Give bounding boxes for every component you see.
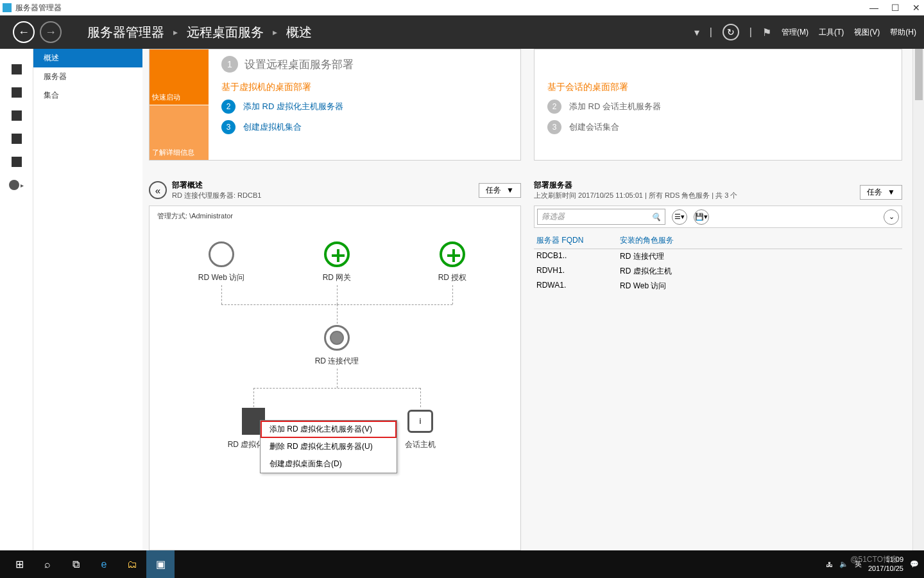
minimize-button[interactable]: —	[869, 3, 878, 13]
main: ▸ 概述 服务器 集合 快速启动 了解详细信息 1 设置远程桌面服务部署	[0, 49, 924, 550]
titlebar: 服务器管理器 — ☐ ✕	[0, 0, 924, 15]
close-button[interactable]: ✕	[912, 3, 920, 13]
node-label: RD Web 访问	[183, 272, 260, 283]
step-number: 3	[547, 120, 561, 134]
dashboard-icon[interactable]	[12, 64, 22, 74]
sidebar-item-servers[interactable]: 服务器	[33, 67, 142, 86]
menu-manage[interactable]: 管理(M)	[782, 27, 809, 38]
expand-button[interactable]: ⌄	[884, 209, 899, 225]
step-number: 3	[221, 120, 235, 134]
tray-volume-icon[interactable]: 🔈	[839, 560, 848, 568]
tray-notifications-icon[interactable]: 💬	[910, 560, 919, 568]
plus-icon	[324, 241, 350, 267]
deployment-diagram: RD Web 访问 RD 网关 RD 授权	[157, 234, 513, 504]
servers-panel: 部署服务器 上次刷新时间 2017/10/25 11:05:01 | 所有 RD…	[534, 180, 902, 293]
breadcrumb-root[interactable]: 服务器管理器	[87, 24, 164, 41]
sidebar-item-collections[interactable]: 集合	[33, 86, 142, 105]
wizard-title: 设置远程桌面服务部署	[244, 57, 354, 72]
search-icon: 🔍	[651, 213, 661, 222]
sidebar-item-overview[interactable]: 概述	[33, 49, 142, 67]
rds-icon[interactable]	[9, 180, 19, 190]
menu-view[interactable]: 视图(V)	[854, 27, 880, 38]
wizard-card-right: 1x 基于会话的桌面部署 2 添加 RD 会话主机服务器 3 创建会话集合	[534, 49, 902, 161]
tasks-dropdown[interactable]: 任务 ▼	[860, 185, 902, 200]
collapse-button[interactable]: «	[149, 181, 167, 199]
filter-input[interactable]: 筛选器 🔍	[537, 209, 665, 225]
ctx-del-vhost[interactable]: 删除 RD 虚拟化主机服务器(U)	[261, 438, 397, 455]
refresh-button[interactable]: ↻	[723, 24, 739, 40]
plus-icon	[440, 241, 465, 267]
task-view-button[interactable]: ⧉	[62, 550, 90, 578]
manage-as: 管理方式: \Administrator	[157, 211, 513, 221]
chevron-right-icon: ▸	[273, 27, 277, 37]
scrollbar[interactable]	[912, 49, 924, 550]
menu-tools[interactable]: 工具(T)	[819, 27, 844, 38]
node-label: RD 授权	[414, 272, 491, 283]
app-title: 服务器管理器	[15, 3, 62, 13]
local-server-icon[interactable]	[12, 87, 22, 98]
create-vm-collection-link[interactable]: 创建虚拟机集合	[243, 121, 302, 133]
deploy-title: 部署概述	[172, 180, 261, 191]
chevron-down-icon: ▼	[506, 186, 514, 195]
table-row[interactable]: RDCB1.. RD 连接代理	[534, 249, 902, 264]
add-vhost-link[interactable]: 添加 RD 虚拟化主机服务器	[243, 101, 343, 112]
info-icon: i	[407, 410, 433, 433]
flag-icon[interactable]: ⚑	[762, 26, 771, 39]
file-services-icon[interactable]	[12, 134, 22, 144]
col-fqdn[interactable]: 服务器 FQDN	[536, 235, 620, 246]
storage-icon[interactable]	[12, 157, 22, 167]
servers-subtitle: 上次刷新时间 2017/10/25 11:05:01 | 所有 RDS 角色服务…	[534, 191, 738, 200]
add-session-host-link[interactable]: 添加 RD 会话主机服务器	[569, 101, 661, 112]
ctx-add-vhost[interactable]: 添加 RD 虚拟化主机服务器(V)	[261, 421, 397, 438]
ie-icon[interactable]: e	[90, 550, 118, 578]
quickstart-tile[interactable]: 快速启动	[150, 49, 209, 105]
cell-fqdn: RDCB1..	[536, 251, 620, 262]
learnmore-tile[interactable]: 了解详细信息	[150, 105, 209, 161]
maximize-button[interactable]: ☐	[891, 3, 900, 13]
context-menu: 添加 RD 虚拟化主机服务器(V) 删除 RD 虚拟化主机服务器(U) 创建虚拟…	[260, 420, 397, 473]
col-role[interactable]: 安装的角色服务	[620, 235, 674, 246]
nav-back-button[interactable]: ←	[13, 21, 35, 43]
vm-section-title: 基于虚拟机的桌面部署	[221, 82, 508, 93]
breadcrumb-item[interactable]: 远程桌面服务	[187, 24, 264, 41]
breadcrumb-leaf[interactable]: 概述	[286, 24, 312, 41]
icon-rail: ▸	[0, 49, 33, 550]
node-label: RD 连接代理	[298, 356, 375, 367]
sidebar: 概述 服务器 集合	[33, 49, 142, 550]
breadcrumb: 服务器管理器 ▸ 远程桌面服务 ▸ 概述	[74, 24, 694, 41]
watermark: @51CTO博客	[850, 554, 898, 565]
tasks-dropdown[interactable]: 任务 ▼	[479, 183, 521, 198]
tray-network-icon[interactable]: 🖧	[826, 561, 833, 568]
node-rd-broker[interactable]: RD 连接代理	[298, 324, 375, 367]
views-button[interactable]: ☰▾	[672, 209, 687, 225]
explorer-icon[interactable]: 🗂	[118, 550, 146, 578]
deploy-subtitle: RD 连接代理服务器: RDCB1	[172, 191, 261, 200]
content: 快速启动 了解详细信息 1 设置远程桌面服务部署 基于虚拟机的桌面部署 2 添加…	[142, 49, 924, 550]
step-number: 1	[221, 56, 238, 73]
save-button[interactable]: 💾▾	[694, 209, 709, 225]
nav-forward-button[interactable]: →	[40, 21, 62, 43]
filter-bar: 筛选器 🔍 ☰▾ 💾▾ ⌄	[534, 206, 902, 228]
table-row[interactable]: RDWA1. RD Web 访问	[534, 279, 902, 293]
start-button[interactable]: ⊞	[5, 550, 33, 578]
globe-icon	[209, 241, 234, 267]
deployment-overview: 管理方式: \Administrator RD Web 访问 RD 网关	[149, 206, 521, 550]
create-session-collection-link[interactable]: 创建会话集合	[569, 121, 619, 133]
app-icon	[3, 3, 12, 12]
header-bar: ← → 服务器管理器 ▸ 远程桌面服务 ▸ 概述 ▾ | ↻ | ⚑ 管理(M)…	[0, 15, 924, 49]
server-manager-taskbar-icon[interactable]: ▣	[146, 550, 175, 578]
node-rd-license[interactable]: RD 授权	[414, 240, 491, 283]
dropdown-icon[interactable]: ▾	[694, 26, 699, 39]
node-rd-gateway[interactable]: RD 网关	[298, 240, 375, 283]
ctx-create-collection[interactable]: 创建虚拟桌面集合(D)	[261, 455, 397, 473]
search-button[interactable]: ⌕	[33, 550, 62, 578]
chevron-down-icon: ▼	[887, 188, 895, 197]
node-rd-web[interactable]: RD Web 访问	[183, 240, 260, 283]
all-servers-icon[interactable]	[12, 110, 22, 121]
separator: |	[710, 26, 712, 38]
table-row[interactable]: RDVH1. RD 虚拟化主机	[534, 264, 902, 279]
cell-role: RD 虚拟化主机	[620, 266, 672, 277]
wizard-card: 快速启动 了解详细信息 1 设置远程桌面服务部署 基于虚拟机的桌面部署 2 添加…	[149, 49, 521, 161]
menu-help[interactable]: 帮助(H)	[890, 27, 916, 38]
taskbar: ⊞ ⌕ ⧉ e 🗂 ▣ 🖧 🔈 英 11:09 2017/10/25 💬	[0, 550, 924, 578]
